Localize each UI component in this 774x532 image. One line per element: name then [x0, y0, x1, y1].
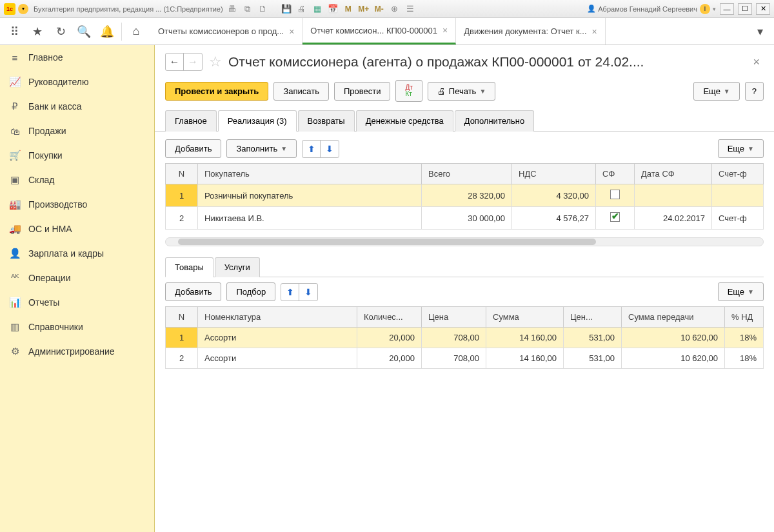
- section-tab-money[interactable]: Денежные средства: [356, 110, 453, 132]
- select-goods-button[interactable]: Подбор: [226, 282, 275, 301]
- sidebar-item-main[interactable]: ≡Главное: [0, 45, 154, 70]
- sf-checkbox[interactable]: [610, 212, 620, 222]
- memory-m-button[interactable]: M: [342, 3, 355, 15]
- bag-icon: 🛍: [9, 125, 21, 137]
- more-button[interactable]: Еще▼: [693, 82, 739, 101]
- favorite-star-icon[interactable]: ☆: [209, 54, 222, 70]
- close-window-button[interactable]: ✕: [756, 3, 770, 15]
- col-qty[interactable]: Количес...: [357, 307, 422, 328]
- col-sf[interactable]: СФ: [596, 164, 635, 184]
- move-up-button[interactable]: ⬆: [281, 284, 299, 300]
- search-icon[interactable]: 🔍: [75, 23, 93, 41]
- sidebar-item-salary[interactable]: 👤Зарплата и кадры: [0, 241, 154, 266]
- dtkt-button[interactable]: ДтКт: [395, 80, 422, 102]
- list-icon[interactable]: ☰: [404, 3, 417, 15]
- printer-icon[interactable]: 🖨: [295, 3, 308, 15]
- doc-tab-movements[interactable]: Движения документа: Отчет к... ×: [456, 18, 606, 44]
- current-user[interactable]: 👤 Абрамов Геннадий Сергеевич: [587, 5, 697, 13]
- document-close-button[interactable]: ×: [749, 55, 764, 69]
- maximize-button[interactable]: ☐: [738, 3, 752, 15]
- print-icon[interactable]: 🖶: [226, 3, 239, 15]
- print-button[interactable]: 🖨Печать▼: [428, 82, 496, 101]
- col-sf-date[interactable]: Дата СФ: [635, 164, 712, 184]
- col-tprice[interactable]: Цен...: [564, 307, 622, 328]
- doc-tab-current-report[interactable]: Отчет комиссион... КП00-000001 ×: [303, 18, 456, 44]
- sidebar-item-warehouse[interactable]: ▣Склад: [0, 168, 154, 192]
- info-icon[interactable]: i: [700, 4, 710, 14]
- app-menu-dropdown[interactable]: ▾: [18, 4, 28, 14]
- calculator-icon[interactable]: ▦: [311, 3, 324, 15]
- sf-checkbox[interactable]: [610, 190, 620, 199]
- col-tsum[interactable]: Сумма передачи: [622, 307, 725, 328]
- col-n[interactable]: N: [166, 307, 198, 328]
- sidebar-item-purchases[interactable]: 🛒Покупки: [0, 143, 154, 168]
- sidebar-item-reports[interactable]: 📊Отчеты: [0, 290, 154, 315]
- move-down-button[interactable]: ⬇: [321, 141, 339, 157]
- sidebar-item-bank[interactable]: ₽Банк и касса: [0, 94, 154, 119]
- sidebar-item-admin[interactable]: ⚙Администрирование: [0, 339, 154, 364]
- calendar-icon[interactable]: 📅: [326, 3, 339, 15]
- nav-back-button[interactable]: ←: [166, 54, 184, 70]
- goods-more-button[interactable]: Еще▼: [718, 282, 764, 301]
- memory-mminus-button[interactable]: M-: [373, 3, 386, 15]
- section-tab-main[interactable]: Главное: [165, 110, 217, 132]
- doc-tab-reports-list[interactable]: Отчеты комиссионеров о прод... ×: [150, 18, 303, 44]
- person-icon: 👤: [9, 248, 21, 259]
- notifications-bell-icon[interactable]: 🔔: [98, 23, 116, 41]
- col-vat[interactable]: НДС: [512, 164, 596, 184]
- move-down-button[interactable]: ⬇: [299, 284, 317, 300]
- add-goods-button[interactable]: Добавить: [165, 282, 221, 301]
- sidebar-item-catalogs[interactable]: ▥Справочники: [0, 315, 154, 339]
- buyers-toolbar: Добавить Заполнить▼ ⬆ ⬇ Еще▼: [165, 139, 764, 158]
- section-tab-sales[interactable]: Реализация (3): [218, 110, 297, 132]
- section-tab-returns[interactable]: Возвраты: [298, 110, 355, 132]
- sidebar-item-sales[interactable]: 🛍Продажи: [0, 119, 154, 143]
- sidebar-item-assets[interactable]: 🚚ОС и НМА: [0, 217, 154, 241]
- memory-mplus-button[interactable]: M+: [357, 3, 370, 15]
- help-button[interactable]: ?: [745, 82, 764, 101]
- sidebar-item-operations[interactable]: ᴬᴷОперации: [0, 266, 154, 290]
- save-icon[interactable]: 💾: [280, 3, 293, 15]
- table-row[interactable]: 2 Ассорти 20,000 708,00 14 160,00 531,00…: [166, 348, 764, 369]
- buyers-more-button[interactable]: Еще▼: [718, 139, 764, 158]
- zoom-icon[interactable]: ⊕: [388, 3, 401, 15]
- col-invoice[interactable]: Счет-ф: [712, 164, 764, 184]
- sidebar-item-manager[interactable]: 📈Руководителю: [0, 70, 154, 94]
- post-and-close-button[interactable]: Провести и закрыть: [165, 82, 268, 101]
- col-buyer[interactable]: Покупатель: [198, 164, 422, 184]
- history-icon[interactable]: ↻: [52, 23, 70, 41]
- preview-icon[interactable]: 🗋: [257, 3, 270, 15]
- col-item[interactable]: Номенклатура: [198, 307, 357, 328]
- post-button[interactable]: Провести: [334, 82, 391, 101]
- favorites-star-icon[interactable]: ★: [28, 23, 46, 41]
- sidebar-item-production[interactable]: 🏭Производство: [0, 192, 154, 217]
- tab-overflow-icon[interactable]: ▾: [751, 23, 769, 41]
- copy-icon[interactable]: ⧉: [241, 3, 254, 15]
- col-vatpct[interactable]: % НД: [725, 307, 764, 328]
- table-row[interactable]: 2 Никитаева И.В. 30 000,00 4 576,27 24.0…: [166, 207, 764, 230]
- fill-button[interactable]: Заполнить▼: [226, 139, 297, 158]
- horizontal-scrollbar[interactable]: [165, 237, 764, 246]
- col-sum[interactable]: Сумма: [486, 307, 564, 328]
- table-row[interactable]: 1 Ассорти 20,000 708,00 14 160,00 531,00…: [166, 328, 764, 348]
- home-icon[interactable]: ⌂: [127, 23, 145, 41]
- close-icon[interactable]: ×: [592, 26, 597, 37]
- document-tabs: Отчеты комиссионеров о прод... × Отчет к…: [150, 18, 746, 44]
- apps-grid-icon[interactable]: ⠿: [5, 23, 23, 41]
- sub-tab-services[interactable]: Услуги: [215, 257, 260, 277]
- col-price[interactable]: Цена: [422, 307, 486, 328]
- close-icon[interactable]: ×: [442, 25, 448, 35]
- minimize-button[interactable]: —: [720, 3, 734, 15]
- sub-tab-goods[interactable]: Товары: [165, 257, 213, 277]
- add-buyer-button[interactable]: Добавить: [165, 139, 221, 158]
- save-button[interactable]: Записать: [273, 82, 329, 101]
- section-tab-additional[interactable]: Дополнительно: [455, 110, 535, 132]
- close-icon[interactable]: ×: [289, 26, 294, 37]
- document-header: ← → ☆ Отчет комиссионера (агента) о прод…: [155, 45, 774, 76]
- move-up-button[interactable]: ⬆: [303, 141, 321, 157]
- table-row[interactable]: 1 Розничный покупатель 28 320,00 4 320,0…: [166, 184, 764, 207]
- sidebar-item-label: Справочники: [28, 322, 83, 332]
- col-total[interactable]: Всего: [422, 164, 512, 184]
- nav-forward-button[interactable]: →: [184, 54, 202, 70]
- col-n[interactable]: N: [166, 164, 198, 184]
